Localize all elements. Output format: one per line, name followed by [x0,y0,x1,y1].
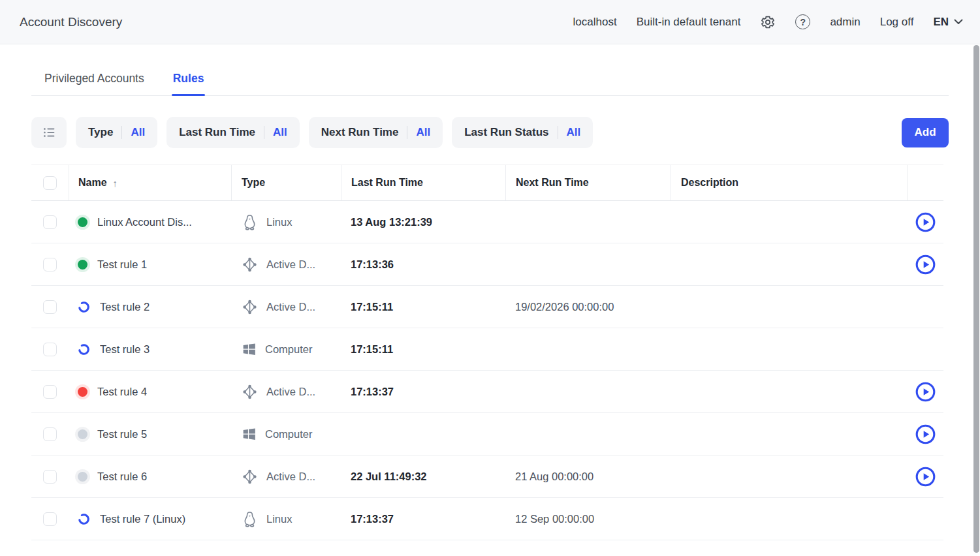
table-row[interactable]: Test rule 6 Active D... 22 Jul 11:49:32 … [31,456,943,498]
filter-label: Last Run Time [179,126,255,139]
rule-type-cell: Linux [231,201,341,243]
next-run-time-cell: 12 Sep 00:00:00 [505,498,671,540]
table-header: Name ↑ Type Last Run Time Next Run Time … [31,164,943,201]
play-icon [915,255,936,275]
last-run-time-cell: 17:13:37 [341,498,505,540]
row-checkbox[interactable] [43,258,57,271]
tab-rules[interactable]: Rules [173,72,204,95]
column-header-last-run-time[interactable]: Last Run Time [341,165,505,200]
run-rule-button[interactable] [915,381,936,402]
filter-chip-next-run-time[interactable]: Next Run TimeAll [309,117,443,148]
run-rule-button[interactable] [915,211,936,232]
filter-divider [558,126,558,139]
filter-bar: TypeAllLast Run TimeAllNext Run TimeAllL… [31,117,949,148]
last-run-time: 22 Jul 11:49:32 [351,471,427,483]
scrollbar [973,45,979,556]
language-label: EN [933,16,949,29]
row-checkbox[interactable] [43,385,57,399]
rule-name-cell: Test rule 2 [69,286,231,328]
description-cell [671,413,907,455]
next-run-time-cell [505,371,671,412]
filter-chip-last-run-time[interactable]: Last Run TimeAll [166,117,300,148]
column-header-name[interactable]: Name ↑ [69,165,231,200]
row-checkbox[interactable] [43,343,57,356]
column-header-description[interactable]: Description [671,165,907,200]
rule-type-label: Active D... [266,258,315,271]
row-checkbox[interactable] [43,470,57,484]
help-icon: ? [795,14,810,29]
gear-icon [760,14,776,30]
table-row[interactable]: Linux Account Dis... Linux 13 Aug 13:21:… [31,201,943,243]
description-cell [671,286,907,328]
linux-icon [241,510,259,528]
filter-divider [121,126,122,139]
rule-type-label: Linux [266,513,292,525]
settings-button[interactable] [760,14,776,30]
logoff-button[interactable]: Log off [880,16,914,29]
rule-name: Linux Account Dis... [97,216,192,228]
rule-type-cell: Computer [231,328,341,370]
view-options-button[interactable] [31,117,67,148]
column-header-next-run-time[interactable]: Next Run Time [505,165,671,200]
table-row[interactable]: Test rule 7 (Linux) Linux 17:13:37 12 Se… [31,498,943,540]
next-run-time-cell [505,413,671,455]
rule-name: Test rule 2 [100,301,150,313]
user-menu[interactable]: admin [830,16,860,29]
row-checkbox-cell [31,456,69,497]
next-run-time-cell [505,201,671,243]
last-run-time-cell: 17:15:11 [341,286,505,328]
actions-cell [907,201,943,243]
actions-cell [907,371,943,412]
run-rule-button[interactable] [915,424,936,444]
add-button[interactable]: Add [902,118,949,147]
next-run-time-cell: 21 Aug 00:00:00 [505,456,671,497]
row-checkbox-cell [31,243,69,285]
column-header-type[interactable]: Type [231,165,341,200]
rule-type-cell: Active D... [231,286,341,328]
rule-type-cell: Computer [231,413,341,455]
status-error-icon [78,387,87,397]
select-all-checkbox[interactable] [43,176,57,190]
run-rule-button[interactable] [915,254,936,275]
filter-chip-type[interactable]: TypeAll [76,117,157,148]
help-button[interactable]: ? [795,14,810,29]
active-directory-icon [241,383,259,401]
row-checkbox[interactable] [43,512,57,526]
filter-value: All [131,126,145,139]
row-checkbox[interactable] [43,215,57,229]
rule-name-cell: Test rule 3 [69,328,231,370]
row-checkbox-cell [31,413,69,455]
description-cell [671,328,907,370]
play-icon [915,382,936,402]
language-selector[interactable]: EN [933,16,963,29]
status-idle-icon [78,429,87,439]
table-row[interactable]: Test rule 4 Active D... 17:13:37 [31,371,943,413]
filter-label: Last Run Status [464,126,548,139]
filter-value: All [273,126,287,139]
description-cell [671,243,907,285]
rule-name-cell: Test rule 4 [69,371,231,412]
next-run-time-cell: 19/02/2026 00:00:00 [505,286,671,328]
rule-name-cell: Test rule 5 [69,413,231,455]
status-success-icon [78,260,87,270]
rules-table: Name ↑ Type Last Run Time Next Run Time … [31,164,943,540]
filter-value: All [567,126,581,139]
rule-type-cell: Active D... [231,243,341,285]
filter-label: Type [88,126,113,139]
table-row[interactable]: Test rule 3 Computer 17:15:11 [31,328,943,371]
linux-icon [241,213,259,231]
play-icon [915,424,936,444]
main-content: Privileged Accounts Rules TypeAllLast Ru… [0,72,980,540]
row-checkbox[interactable] [43,427,57,441]
run-rule-button[interactable] [915,466,936,487]
description-cell [671,201,907,243]
table-row[interactable]: Test rule 2 Active D... 17:15:11 19/02/2… [31,286,943,328]
table-row[interactable]: Test rule 5 Computer [31,413,943,456]
rule-name: Test rule 6 [97,471,147,483]
tab-privileged-accounts[interactable]: Privileged Accounts [44,72,144,95]
filter-chip-last-run-status[interactable]: Last Run StatusAll [452,117,593,148]
row-checkbox[interactable] [43,300,57,314]
scrollbar-thumb[interactable] [973,45,979,553]
column-header-actions [907,165,943,200]
table-row[interactable]: Test rule 1 Active D... 17:13:36 [31,243,943,286]
